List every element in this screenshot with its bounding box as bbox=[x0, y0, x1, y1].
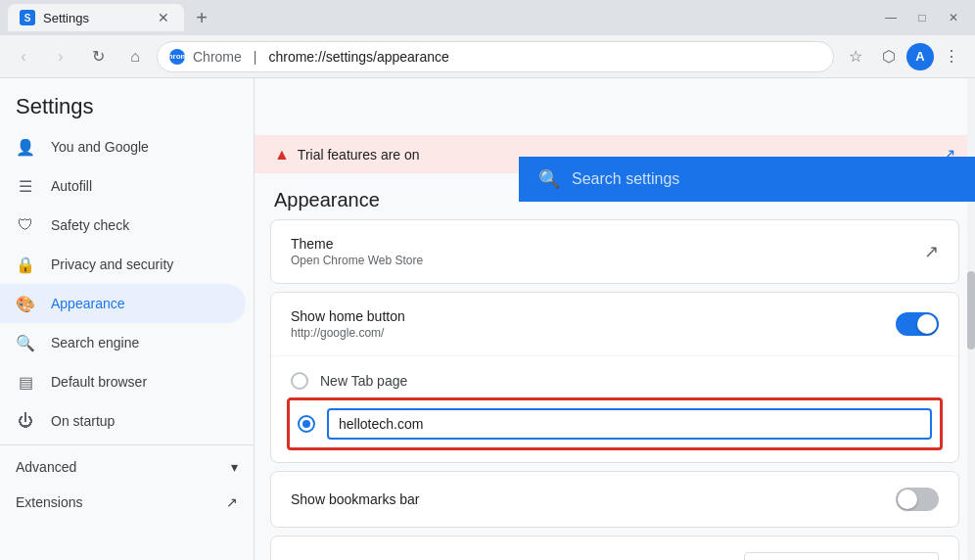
extensions-section[interactable]: Extensions ↗ bbox=[0, 485, 254, 520]
back-button[interactable]: ‹ bbox=[8, 41, 39, 72]
banner-text: Trial features are on bbox=[298, 147, 420, 163]
sidebar-item-you-and-google[interactable]: 👤 You and Google bbox=[0, 127, 246, 166]
title-bar: S Settings ✕ + — □ ✕ bbox=[0, 0, 975, 35]
advanced-section[interactable]: Advanced ▾ bbox=[0, 449, 254, 485]
warning-icon: ▲ bbox=[274, 146, 290, 163]
search-overlay-icon: 🔍 bbox=[538, 168, 560, 190]
custom-url-radio-row[interactable] bbox=[287, 397, 943, 450]
sidebar-label-appearance: Appearance bbox=[51, 296, 125, 311]
maximize-button[interactable]: □ bbox=[908, 4, 936, 31]
sidebar-item-appearance[interactable]: 🎨 Appearance bbox=[0, 284, 246, 323]
url-separator: | bbox=[254, 49, 257, 65]
theme-row[interactable]: Theme Open Chrome Web Store ↗ bbox=[271, 220, 958, 283]
site-label: Chrome bbox=[193, 49, 242, 65]
menu-button[interactable]: ⋮ bbox=[936, 41, 967, 72]
font-size-card: Font size Medium (Recommended) ▾ bbox=[270, 536, 959, 560]
theme-title: Theme bbox=[291, 236, 423, 252]
minimize-button[interactable]: — bbox=[877, 4, 905, 31]
sidebar-title: Settings bbox=[0, 78, 254, 127]
bookmarks-bar-toggle[interactable] bbox=[896, 488, 939, 511]
browser-icon: ▤ bbox=[16, 372, 35, 392]
new-tab-button[interactable]: + bbox=[188, 4, 215, 31]
custom-url-input[interactable] bbox=[339, 416, 920, 432]
advanced-label: Advanced bbox=[16, 459, 76, 475]
profile-button[interactable]: A bbox=[906, 43, 934, 70]
sidebar-item-default-browser[interactable]: ▤ Default browser bbox=[0, 362, 246, 401]
home-button-card: Show home button http://google.com/ New … bbox=[270, 292, 959, 463]
bookmarks-bar-card: Show bookmarks bar bbox=[270, 471, 959, 528]
bookmarks-bar-row: Show bookmarks bar bbox=[271, 472, 958, 527]
sidebar-label-privacy-security: Privacy and security bbox=[51, 257, 173, 272]
theme-external-icon[interactable]: ↗ bbox=[924, 241, 939, 262]
person-icon: 👤 bbox=[16, 137, 35, 157]
font-size-dropdown[interactable]: Medium (Recommended) ▾ bbox=[744, 552, 939, 560]
address-bar[interactable]: Chrome Chrome | chrome://settings/appear… bbox=[157, 41, 834, 72]
bookmarks-bar-toggle-switch[interactable] bbox=[896, 488, 939, 511]
sidebar-item-search-engine[interactable]: 🔍 Search engine bbox=[0, 323, 246, 362]
site-icon: Chrome bbox=[169, 49, 185, 65]
theme-subtitle: Open Chrome Web Store bbox=[291, 254, 423, 267]
palette-icon: 🎨 bbox=[16, 294, 35, 313]
extensions-button[interactable]: ⬡ bbox=[873, 41, 905, 72]
theme-content: Theme Open Chrome Web Store bbox=[291, 236, 423, 267]
bookmark-button[interactable]: ☆ bbox=[840, 41, 871, 72]
bookmarks-bar-content: Show bookmarks bar bbox=[291, 491, 420, 507]
home-button-title: Show home button bbox=[291, 308, 405, 324]
shield-icon: 🛡 bbox=[16, 215, 35, 235]
extensions-label: Extensions bbox=[16, 494, 82, 510]
browser-frame: S Settings ✕ + — □ ✕ ‹ › ↻ ⌂ Chrome Chro… bbox=[0, 0, 975, 560]
search-icon: 🔍 bbox=[16, 333, 35, 352]
theme-card: Theme Open Chrome Web Store ↗ bbox=[270, 219, 959, 284]
search-overlay: 🔍 bbox=[519, 157, 975, 202]
home-button-row: Show home button http://google.com/ bbox=[271, 293, 958, 356]
toolbar-icons: ☆ ⬡ A ⋮ bbox=[840, 41, 967, 72]
scrollbar-track[interactable] bbox=[967, 78, 975, 560]
page-content: 🔍 ▲ Trial features are on ↗ Appearance T… bbox=[255, 78, 975, 560]
tab-close-button[interactable]: ✕ bbox=[155, 9, 172, 26]
sidebar-item-on-startup[interactable]: ⏻ On startup bbox=[0, 401, 246, 441]
window-controls: — □ ✕ bbox=[877, 4, 967, 31]
new-tab-radio[interactable] bbox=[291, 372, 308, 390]
sidebar-label-search-engine: Search engine bbox=[51, 335, 139, 350]
sidebar-label-on-startup: On startup bbox=[51, 413, 115, 429]
toggle-thumb bbox=[917, 314, 937, 334]
home-button[interactable]: ⌂ bbox=[119, 41, 151, 72]
power-icon: ⏻ bbox=[16, 411, 35, 431]
main-content: Settings 👤 You and Google ☰ Autofill 🛡 S… bbox=[0, 78, 975, 560]
sidebar-label-default-browser: Default browser bbox=[51, 374, 147, 390]
font-size-row: Font size Medium (Recommended) ▾ bbox=[271, 537, 958, 560]
search-input[interactable] bbox=[572, 170, 955, 188]
sidebar-item-autofill[interactable]: ☰ Autofill bbox=[0, 166, 246, 206]
forward-button[interactable]: › bbox=[45, 41, 76, 72]
custom-url-input-wrapper bbox=[327, 408, 932, 440]
banner-content: ▲ Trial features are on bbox=[274, 146, 420, 163]
scrollbar-thumb[interactable] bbox=[967, 271, 975, 350]
new-tab-radio-row[interactable]: New Tab page bbox=[291, 364, 939, 397]
home-button-content: Show home button http://google.com/ bbox=[291, 308, 405, 340]
reload-button[interactable]: ↻ bbox=[82, 41, 114, 72]
tab-favicon: S bbox=[20, 10, 35, 25]
home-button-subtitle: http://google.com/ bbox=[291, 326, 405, 340]
chevron-down-icon: ▾ bbox=[231, 459, 238, 475]
custom-url-radio[interactable] bbox=[298, 415, 315, 433]
sidebar-item-privacy-security[interactable]: 🔒 Privacy and security bbox=[0, 245, 246, 284]
tab-strip: S Settings ✕ + bbox=[8, 4, 877, 31]
radio-section: New Tab page bbox=[271, 356, 958, 462]
new-tab-label: New Tab page bbox=[320, 373, 407, 389]
url-text: chrome://settings/appearance bbox=[268, 49, 448, 65]
sidebar-label-autofill: Autofill bbox=[51, 178, 92, 194]
tab-title: Settings bbox=[43, 11, 147, 25]
active-tab[interactable]: S Settings ✕ bbox=[8, 4, 184, 31]
close-button[interactable]: ✕ bbox=[940, 4, 967, 31]
home-button-toggle[interactable] bbox=[896, 312, 939, 336]
bookmarks-bar-title: Show bookmarks bar bbox=[291, 491, 420, 507]
sidebar-divider bbox=[0, 444, 254, 445]
theme-action: ↗ bbox=[924, 241, 939, 262]
sidebar: Settings 👤 You and Google ☰ Autofill 🛡 S… bbox=[0, 78, 255, 560]
external-link-icon: ↗ bbox=[226, 494, 238, 510]
toggle-thumb-2 bbox=[898, 490, 917, 509]
sidebar-label-safety-check: Safety check bbox=[51, 217, 129, 233]
sidebar-item-safety-check[interactable]: 🛡 Safety check bbox=[0, 206, 246, 245]
lock-icon: 🔒 bbox=[16, 255, 35, 274]
home-button-toggle-switch[interactable] bbox=[896, 312, 939, 336]
